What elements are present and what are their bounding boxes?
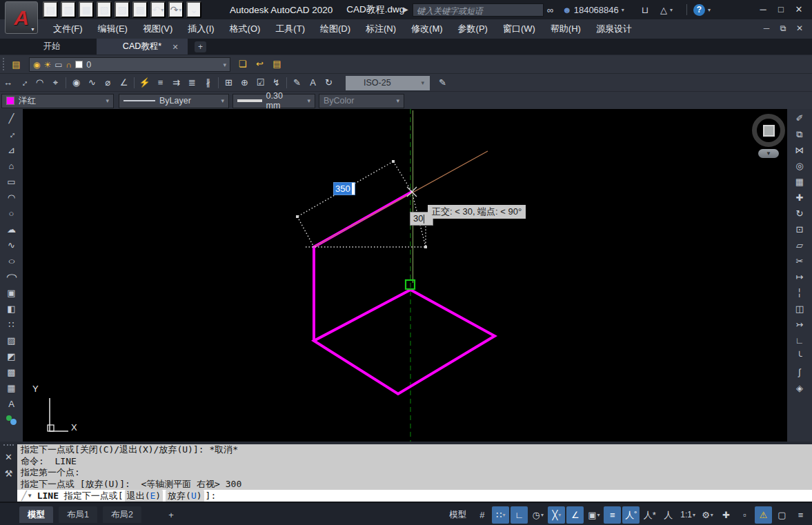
command-input-line[interactable]: ╱ ▼ LINE 指定下一点或[ 退出(E) 放弃(U) ]: xyxy=(17,490,812,502)
annotation-scale-value[interactable]: 1:1▾ xyxy=(678,506,697,524)
command-suggest-arrow-icon[interactable]: ▼ xyxy=(28,493,32,499)
menu-item[interactable]: 绘图(D) xyxy=(313,19,358,39)
circle-icon[interactable]: ○ xyxy=(3,206,21,221)
save-icon[interactable]: ▦▾ xyxy=(79,1,94,18)
menu-item[interactable]: 窗口(W) xyxy=(495,19,543,39)
menu-item[interactable]: 视图(V) xyxy=(135,19,180,39)
new-file-icon[interactable]: ▤▾ xyxy=(43,1,58,18)
separator[interactable] xyxy=(284,75,289,90)
table-icon[interactable]: ▦ xyxy=(3,380,21,396)
new-tab-button[interactable]: + xyxy=(195,41,206,52)
radius-dimension-icon[interactable]: ◉ xyxy=(68,75,84,90)
revision-cloud-icon[interactable]: ☁ xyxy=(3,221,21,237)
doc-close-button[interactable]: ✕ xyxy=(793,19,806,37)
dimension-edit-icon[interactable]: ✎ xyxy=(289,75,305,90)
model-space-button[interactable]: 模型 xyxy=(444,506,472,524)
separator[interactable] xyxy=(132,75,137,90)
arc-icon[interactable]: ◠ xyxy=(3,190,21,206)
doc-minimize-button[interactable]: ─ xyxy=(760,19,773,37)
clean-screen-icon[interactable]: ▢▾ xyxy=(773,506,791,524)
layer-states-icon[interactable]: ▤ xyxy=(269,56,285,72)
layer-unlock-icon[interactable]: ∩ xyxy=(66,60,72,70)
layer-combo-arrow-icon[interactable]: ▾ xyxy=(223,61,226,68)
hatch-icon[interactable]: ▨ xyxy=(3,333,21,348)
polyline-icon[interactable]: ⊿ xyxy=(3,142,21,158)
help-button[interactable]: ? ▾ xyxy=(693,0,711,19)
search-expand-icon[interactable]: ▶ xyxy=(403,6,408,13)
dropdown-arrow-icon[interactable]: ▾ xyxy=(541,512,544,518)
make-current-layer-icon[interactable]: ❏ xyxy=(235,56,250,72)
create-block-icon[interactable]: ◧ xyxy=(3,301,21,317)
extend-icon[interactable]: ↦ xyxy=(791,269,809,285)
ellipse-icon[interactable]: ○ xyxy=(3,253,21,269)
dynamic-input-length[interactable]: 350 xyxy=(333,182,355,195)
application-menu-button[interactable]: A ▼ xyxy=(5,1,38,34)
open-folder-icon[interactable]: ▥▾ xyxy=(61,1,76,18)
join-icon[interactable]: ↣ xyxy=(791,317,809,333)
app-store-cart-icon[interactable]: ⊔ xyxy=(642,0,648,19)
search-input[interactable] xyxy=(413,6,543,17)
diameter-dimension-icon[interactable]: ⌀ xyxy=(100,75,116,90)
export-icon[interactable]: ▨▾ xyxy=(115,1,130,18)
continue-dimension-icon[interactable]: ⇉ xyxy=(168,75,184,90)
copy-icon[interactable]: ⧉ xyxy=(791,126,809,142)
center-mark-icon[interactable]: ⊕ xyxy=(237,75,252,90)
dimension-break-icon[interactable]: ∦ xyxy=(200,75,216,90)
option-exit-button[interactable]: 退出(E) xyxy=(125,490,163,502)
object-snap-icon[interactable]: ▣▾ xyxy=(585,506,602,524)
lineweight-icon[interactable]: ≡▾ xyxy=(604,506,621,524)
rectangle-icon[interactable]: ▭ xyxy=(3,174,21,190)
erase-icon[interactable]: ✐ xyxy=(791,110,809,126)
selection-filter-icon[interactable]: ▫▾ xyxy=(736,506,753,524)
polygon-icon[interactable]: ⌂ xyxy=(3,158,21,174)
fillet-icon[interactable]: ╰ xyxy=(791,348,809,364)
layout-tab[interactable]: 模型 xyxy=(19,506,53,523)
menu-item[interactable]: 标注(N) xyxy=(358,19,404,39)
spline-icon[interactable]: ∿ xyxy=(3,237,21,253)
layer-properties-icon[interactable]: ▤ xyxy=(8,57,24,72)
dropdown-arrow-icon[interactable]: ▾ xyxy=(179,7,181,13)
menu-item[interactable]: 编辑(E) xyxy=(90,19,135,39)
viewcube-face[interactable] xyxy=(763,125,775,137)
layer-thaw-sun-icon[interactable]: ☀ xyxy=(43,60,51,70)
dimension-style-manager-icon[interactable]: ✎ xyxy=(435,75,450,90)
quick-dimension-icon[interactable]: ⚡ xyxy=(137,75,152,90)
tab-close-icon[interactable]: ✕ xyxy=(170,41,181,52)
command-tools-wrench-icon[interactable]: ⚒ xyxy=(3,468,14,479)
object-color-combo[interactable]: 洋红 ▾ xyxy=(1,94,114,108)
viewcube-compass[interactable] xyxy=(752,114,785,147)
command-grip[interactable] xyxy=(3,444,14,447)
construction-line-icon[interactable]: ↔ xyxy=(3,126,21,142)
menu-item[interactable]: 工具(T) xyxy=(268,19,313,39)
layout-tab[interactable]: 布局1 xyxy=(59,506,97,523)
annotation-monitor-icon[interactable]: ✚▾ xyxy=(717,506,735,524)
undo-icon[interactable]: ↶▾ xyxy=(150,1,166,18)
tab-start[interactable]: 开始 xyxy=(7,39,97,55)
rotate-icon[interactable]: ↻ xyxy=(791,206,809,221)
baseline-dimension-icon[interactable]: ≡ xyxy=(152,75,168,90)
dimension-update-icon[interactable]: ↻ xyxy=(321,75,337,90)
mirror-icon[interactable]: ⋈ xyxy=(791,142,809,158)
dropdown-arrow-icon[interactable]: ▾ xyxy=(161,7,164,13)
jogged-dimension-icon[interactable]: ∿ xyxy=(84,75,100,90)
command-history[interactable]: 指定下一点或[关闭(C)/退出(X)/放弃(U)]: *取消* 命令: LINE… xyxy=(17,444,812,490)
viewport-freeze-icon[interactable]: ▭ xyxy=(55,60,62,70)
save-as-icon[interactable]: ▧▾ xyxy=(97,1,112,18)
lineweight-combo-arrow-icon[interactable]: ▾ xyxy=(307,97,310,104)
workspace-gear-icon[interactable]: ⚙▾ xyxy=(699,506,716,524)
dropdown-arrow-icon[interactable]: ▾ xyxy=(558,512,561,518)
maximize-button[interactable]: □ xyxy=(772,0,790,18)
dropdown-arrow-icon[interactable]: ▾ xyxy=(711,512,713,518)
separator[interactable] xyxy=(63,75,68,90)
customization-icon[interactable]: ≡▾ xyxy=(792,506,809,524)
isometric-drafting-icon[interactable]: ╳▾ xyxy=(548,506,565,524)
linetype-combo[interactable]: ByLayer ▾ xyxy=(119,94,229,108)
linear-dimension-icon[interactable]: ↔ xyxy=(0,75,16,90)
insert-block-icon[interactable]: ▣ xyxy=(3,285,21,301)
dropdown-arrow-icon[interactable]: ▾ xyxy=(502,512,505,518)
region-icon[interactable]: ▩ xyxy=(3,364,21,380)
snap-mode-icon[interactable]: ∷▾ xyxy=(492,506,509,524)
dimension-style-combo[interactable]: ISO-25 ▾ xyxy=(346,76,430,90)
arc-length-dimension-icon[interactable]: ◠ xyxy=(32,75,48,90)
polar-tracking-icon[interactable]: ◷▾ xyxy=(529,506,546,524)
